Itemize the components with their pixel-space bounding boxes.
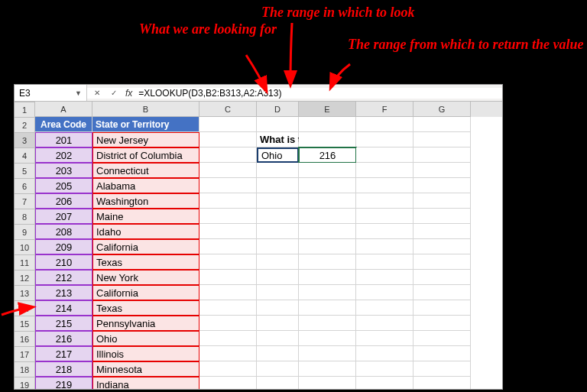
cell[interactable] xyxy=(299,239,356,254)
column-header[interactable]: A xyxy=(35,102,92,117)
cell[interactable] xyxy=(356,132,413,147)
cell[interactable] xyxy=(199,163,257,178)
cell[interactable]: 202 xyxy=(35,147,92,163)
row-header[interactable]: 18 xyxy=(15,362,35,377)
row-header[interactable]: 12 xyxy=(15,271,35,286)
cell[interactable]: 209 xyxy=(35,239,92,254)
cell[interactable] xyxy=(257,254,299,270)
cell[interactable]: State or Territory xyxy=(92,117,199,132)
cell[interactable] xyxy=(257,178,299,193)
cell[interactable] xyxy=(199,224,257,239)
cell[interactable] xyxy=(413,270,471,285)
cell[interactable]: Texas xyxy=(92,300,199,316)
cell[interactable] xyxy=(356,193,413,209)
row-header[interactable]: 4 xyxy=(15,148,35,164)
cell[interactable] xyxy=(413,331,471,346)
cell[interactable]: 217 xyxy=(35,346,92,361)
cell[interactable] xyxy=(299,178,356,193)
cell[interactable] xyxy=(413,377,471,389)
cell[interactable] xyxy=(299,377,356,389)
cell[interactable]: 216 xyxy=(35,331,92,346)
cell[interactable] xyxy=(299,193,356,209)
column-header[interactable]: D xyxy=(257,102,299,117)
cell[interactable] xyxy=(257,331,299,346)
cell[interactable]: District of Columbia xyxy=(92,147,199,163)
cell[interactable]: Alabama xyxy=(92,178,199,193)
row-header[interactable]: 1 xyxy=(15,102,35,118)
row-header[interactable]: 6 xyxy=(15,179,35,194)
cell[interactable]: New York xyxy=(92,270,199,285)
column-header[interactable]: E xyxy=(299,102,356,117)
cell[interactable] xyxy=(413,285,471,300)
cell[interactable] xyxy=(199,254,257,270)
cell[interactable] xyxy=(257,224,299,239)
cell[interactable] xyxy=(299,346,356,361)
cell[interactable] xyxy=(257,163,299,178)
column-header[interactable]: G xyxy=(413,102,471,117)
cell[interactable] xyxy=(299,132,356,147)
column-header[interactable]: B xyxy=(92,102,199,117)
cell[interactable]: 210 xyxy=(35,254,92,270)
cell[interactable] xyxy=(413,361,471,377)
cell[interactable] xyxy=(199,193,257,209)
cell[interactable] xyxy=(199,285,257,300)
cell[interactable] xyxy=(356,300,413,316)
cell[interactable]: Minnesota xyxy=(92,361,199,377)
cell[interactable]: 213 xyxy=(35,285,92,300)
cell[interactable] xyxy=(413,300,471,316)
cell[interactable]: Ohio xyxy=(92,331,199,346)
cell[interactable] xyxy=(413,147,471,163)
cell[interactable]: Connecticut xyxy=(92,163,199,178)
cell[interactable] xyxy=(356,377,413,389)
cell[interactable] xyxy=(356,224,413,239)
column-header[interactable]: C xyxy=(199,102,257,117)
accept-formula-icon[interactable]: ✓ xyxy=(109,89,119,97)
cell[interactable] xyxy=(199,377,257,389)
cell[interactable]: 214 xyxy=(35,300,92,316)
cell[interactable] xyxy=(299,163,356,178)
cell[interactable] xyxy=(356,254,413,270)
cell[interactable] xyxy=(257,285,299,300)
cell[interactable]: California xyxy=(92,239,199,254)
cell[interactable] xyxy=(356,285,413,300)
cell[interactable] xyxy=(356,209,413,224)
cell[interactable] xyxy=(356,316,413,331)
cell[interactable]: 206 xyxy=(35,193,92,209)
chevron-down-icon[interactable]: ▼ xyxy=(75,89,82,97)
cell[interactable] xyxy=(413,254,471,270)
cell[interactable] xyxy=(413,224,471,239)
cell[interactable] xyxy=(299,300,356,316)
cell[interactable] xyxy=(257,117,299,132)
cell[interactable] xyxy=(356,163,413,178)
cell[interactable] xyxy=(199,239,257,254)
cell[interactable] xyxy=(356,147,413,163)
cell[interactable]: What is the Area Code? xyxy=(257,132,299,147)
row-header[interactable]: 5 xyxy=(15,164,35,179)
cell[interactable]: 201 xyxy=(35,132,92,147)
cell[interactable] xyxy=(299,270,356,285)
cell[interactable] xyxy=(413,316,471,331)
cell[interactable]: Indiana xyxy=(92,377,199,389)
fx-icon[interactable]: fx xyxy=(125,88,132,99)
cell[interactable] xyxy=(199,361,257,377)
cell[interactable] xyxy=(199,132,257,147)
cell[interactable]: California xyxy=(92,285,199,300)
cell[interactable] xyxy=(413,193,471,209)
cell[interactable]: Maine xyxy=(92,209,199,224)
cell[interactable] xyxy=(356,239,413,254)
cell[interactable]: Idaho xyxy=(92,224,199,239)
row-header[interactable]: 19 xyxy=(15,377,35,389)
row-header[interactable]: 10 xyxy=(15,240,35,255)
row-header[interactable]: 8 xyxy=(15,209,35,225)
cell[interactable] xyxy=(299,316,356,331)
cell[interactable] xyxy=(257,346,299,361)
cell[interactable] xyxy=(199,117,257,132)
formula-bar[interactable]: =XLOOKUP(D3,B2:B313,A2:A313) xyxy=(138,88,498,99)
cell[interactable]: Washington xyxy=(92,193,199,209)
row-header[interactable]: 2 xyxy=(15,118,35,133)
cell[interactable] xyxy=(299,254,356,270)
cell[interactable] xyxy=(413,132,471,147)
cell[interactable]: 208 xyxy=(35,224,92,239)
cell[interactable] xyxy=(199,331,257,346)
cell[interactable] xyxy=(199,300,257,316)
